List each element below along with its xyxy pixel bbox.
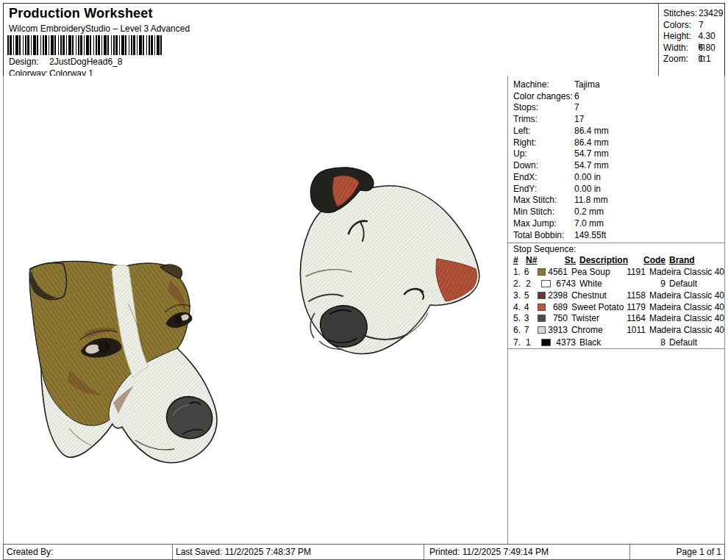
summary-label: Zoom:	[663, 54, 699, 65]
info-label: Max Jump:	[513, 218, 574, 229]
stop-sequence-section: Stop Sequence: # N# St. Description Code…	[508, 243, 724, 350]
info-value: 7.0 mm	[574, 218, 604, 229]
left-dog-nose-icon	[167, 397, 213, 439]
info-value: 11.8 mm	[574, 195, 608, 205]
info-value: 0.00 in	[574, 184, 601, 194]
info-value: 17	[574, 114, 584, 124]
machine-info-panel: Machine:Tajima Color changes:6 Stops:7 T…	[507, 76, 725, 544]
stop-sequence-header: # N# St. Description Code Brand	[508, 255, 724, 267]
thread-swatch	[541, 339, 551, 346]
info-value: 86.4 mm	[574, 126, 609, 136]
info-row: Left:86.4 mm	[508, 125, 724, 137]
info-label: Right:	[513, 137, 574, 148]
col-header-num: #	[513, 255, 526, 265]
info-row: Machine:Tajima	[508, 79, 724, 90]
info-row: Up:54.7 mm	[508, 148, 724, 160]
col-header-code: Code	[643, 255, 669, 265]
info-row: Total Bobbin:149.55ft	[508, 229, 724, 241]
summary-row: Zoom:1:1	[663, 54, 711, 65]
info-value: 7	[574, 102, 579, 112]
thread-swatch	[538, 268, 546, 276]
thread-swatch	[538, 315, 546, 322]
app-subtitle: Wilcom EmbroideryStudio – Level 3 Advanc…	[9, 24, 190, 34]
stop-sequence-row: 1.6 4561Pea Soup 1191Madeira Classic 40	[508, 266, 724, 278]
summary-value: 4.30 in	[698, 31, 724, 42]
info-value: 54.7 mm	[574, 148, 609, 159]
summary-label: Colors:	[663, 20, 699, 31]
machine-info-list: Machine:Tajima Color changes:6 Stops:7 T…	[508, 76, 724, 241]
design-label: Design:	[9, 57, 49, 67]
info-row: Max Jump:7.0 mm	[508, 218, 724, 229]
summary-row: Stitches:23429	[663, 8, 723, 19]
info-value: Tajima	[574, 79, 600, 90]
summary-row: Height:4.30 in	[663, 31, 724, 42]
thread-swatch	[541, 280, 551, 287]
info-label: EndX:	[513, 172, 574, 182]
info-row: Color changes:6	[508, 90, 724, 102]
summary-value: 7	[699, 20, 704, 31]
info-row: Down:54.7 mm	[508, 159, 724, 171]
info-value: 0.2 mm	[574, 207, 604, 217]
summary-value: 1:1	[699, 54, 711, 65]
col-header-n: N#	[526, 255, 541, 265]
summary-label: Stitches:	[663, 8, 699, 19]
right-dog-embroidery	[297, 166, 488, 360]
info-value: 86.4 mm	[574, 137, 609, 148]
info-label: Stops:	[513, 102, 574, 112]
header-box: Production Worksheet Wilcom EmbroiderySt…	[3, 3, 725, 76]
info-row: Trims:17	[508, 113, 724, 125]
page-number-cell: Page 1 of 1	[629, 545, 724, 559]
design-value: 2JustDogHead6_8	[49, 57, 122, 67]
summary-row: Width:6.80 in	[663, 43, 724, 54]
info-row: Min Stitch:0.2 mm	[508, 206, 724, 218]
info-label: Color changes:	[513, 91, 574, 101]
stop-sequence-row: 7.1 4373Black 8Default	[508, 336, 724, 349]
created-by-cell: Created By:	[4, 545, 172, 559]
info-row: EndX:0.00 in	[508, 171, 724, 183]
design-canvas	[3, 76, 508, 544]
info-row: Right:86.4 mm	[508, 137, 724, 148]
stop-sequence-row: 3.5 2398Chestnut 1158Madeira Classic 40	[508, 290, 724, 301]
info-row: EndY:0.00 in	[508, 183, 724, 195]
thread-swatch	[538, 304, 546, 311]
info-value: 6	[574, 91, 579, 101]
left-dog-embroidery	[25, 259, 240, 467]
summary-row: Colors:7	[663, 20, 704, 31]
stop-sequence-row: 5.3 750Twister 1164Madeira Classic 40	[508, 312, 724, 324]
footer-bar: Created By: Last Saved: 11/2/2025 7:48:3…	[3, 544, 725, 560]
header-divider	[658, 4, 659, 76]
stop-sequence-row: 6.7 3913Chrome 1011Madeira Classic 40	[508, 324, 724, 336]
info-label: Max Stitch:	[513, 195, 574, 205]
info-value: 54.7 mm	[574, 160, 609, 170]
summary-label: Height:	[663, 31, 698, 42]
col-header-description: Description	[579, 255, 643, 265]
printed-cell: Printed: 11/2/2025 7:49:14 PM	[424, 545, 629, 559]
info-label: Total Bobbin:	[513, 230, 574, 240]
col-header-brand: Brand	[669, 255, 724, 265]
info-label: Left:	[513, 126, 574, 136]
stop-sequence-row: 2.2 6743White 9Default	[508, 278, 724, 290]
info-label: Machine:	[513, 79, 574, 90]
stop-sequence-row: 4.4 689Sweet Potato 1179Madeira Classic …	[508, 301, 724, 313]
summary-value: 6.80 in	[698, 43, 724, 54]
info-value: 0.00 in	[574, 172, 601, 182]
last-saved-cell: Last Saved: 11/2/2025 7:48:37 PM	[172, 545, 424, 559]
info-value: 149.55ft	[574, 230, 606, 240]
thread-swatch	[538, 292, 546, 299]
info-label: EndY:	[513, 184, 574, 194]
summary-value: 23429	[699, 8, 723, 19]
barcode-icon	[7, 35, 163, 55]
col-header-st: St.	[552, 255, 579, 265]
production-worksheet-page: { "header": { "title": "Production Works…	[0, 0, 728, 560]
info-label: Up:	[513, 148, 574, 159]
info-label: Down:	[513, 160, 574, 170]
thread-swatch	[538, 326, 546, 334]
design-row: Design: 2JustDogHead6_8	[9, 57, 122, 67]
page-title: Production Worksheet	[9, 6, 153, 21]
info-row: Max Stitch:11.8 mm	[508, 195, 724, 207]
summary-label: Width:	[663, 43, 698, 54]
info-label: Trims:	[513, 114, 574, 124]
stop-sequence-title: Stop Sequence:	[513, 243, 724, 255]
info-row: Stops:7	[508, 102, 724, 114]
info-label: Min Stitch:	[513, 207, 574, 217]
